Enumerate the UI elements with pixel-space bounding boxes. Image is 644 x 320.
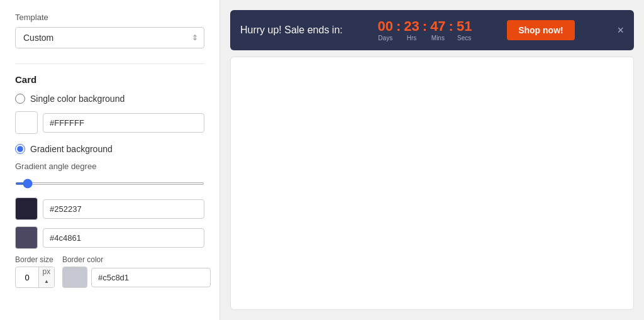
countdown-hrs-unit: 23 Hrs: [404, 19, 419, 41]
gradient-color2-hex-input[interactable]: [43, 228, 204, 248]
border-color-label: Border color: [62, 255, 211, 264]
template-label: Template: [15, 13, 204, 22]
single-color-label: Single color background: [30, 94, 125, 104]
single-color-swatch[interactable]: [15, 111, 38, 134]
border-increment-button[interactable]: ▲: [42, 279, 52, 285]
border-color-swatch[interactable]: [62, 267, 87, 288]
preview-area: [230, 57, 634, 310]
countdown-section: 00 Days : 23 Hrs : 47 Mins : 51 Secs: [378, 18, 472, 42]
countdown-secs-unit: 51 Secs: [457, 19, 472, 41]
countdown-mins-number: 47: [430, 19, 445, 33]
shop-now-button[interactable]: Shop now!: [507, 20, 575, 40]
border-decrement-button[interactable]: ▼: [42, 287, 52, 288]
right-panel: Hurry up! Sale ends in: 00 Days : 23 Hrs…: [220, 0, 644, 320]
card-heading: Card: [15, 74, 204, 85]
gradient-color1-swatch[interactable]: [15, 197, 38, 220]
single-color-row: Single color background: [15, 94, 204, 104]
countdown-days-label: Days: [378, 35, 392, 41]
colon-2: :: [423, 18, 427, 35]
gradient-color2-row: [15, 226, 204, 249]
border-unit-label: px: [43, 267, 51, 276]
countdown-mins-label: Mins: [431, 35, 445, 41]
single-color-radio[interactable]: [15, 94, 25, 104]
divider: [15, 63, 204, 64]
border-section: Border size px ▲ ▼ Border color: [15, 255, 204, 288]
gradient-bg-radio[interactable]: [15, 144, 25, 154]
colon-1: :: [396, 18, 401, 35]
colon-3: :: [449, 18, 453, 35]
gradient-color1-row: [15, 197, 204, 220]
close-banner-button[interactable]: ×: [617, 24, 624, 37]
gradient-angle-label: Gradient angle degree: [15, 162, 204, 171]
border-color-sub: Border color: [62, 255, 211, 288]
template-select[interactable]: Custom Default Modern Minimal: [15, 27, 204, 48]
border-size-wrapper: px ▲ ▼: [15, 267, 55, 288]
countdown-hrs-label: Hrs: [407, 35, 417, 41]
template-section: Template Custom Default Modern Minimal ⇕: [15, 13, 204, 48]
countdown-hrs-number: 23: [404, 19, 419, 33]
template-select-wrapper: Custom Default Modern Minimal ⇕: [15, 27, 204, 48]
countdown-days-unit: 00 Days: [378, 19, 393, 41]
border-color-row: [62, 267, 211, 288]
banner-bar: Hurry up! Sale ends in: 00 Days : 23 Hrs…: [230, 10, 634, 50]
countdown-days-number: 00: [378, 19, 393, 33]
single-color-input-row: [15, 111, 204, 134]
border-size-label: Border size: [15, 255, 55, 264]
slider-container: [15, 176, 204, 187]
single-color-hex-input[interactable]: [43, 113, 204, 133]
border-size-unit: px ▲ ▼: [38, 267, 54, 287]
gradient-angle-slider[interactable]: [15, 182, 204, 185]
gradient-bg-row: Gradient background: [15, 144, 204, 154]
border-color-hex-input[interactable]: [91, 268, 211, 287]
border-steppers: ▲ ▼: [42, 276, 52, 288]
banner-text: Hurry up! Sale ends in:: [240, 25, 343, 36]
gradient-color1-hex-input[interactable]: [43, 199, 204, 219]
border-size-sub: Border size px ▲ ▼: [15, 255, 55, 288]
countdown-mins-unit: 47 Mins: [430, 19, 445, 41]
countdown-secs-label: Secs: [457, 35, 471, 41]
left-panel: Template Custom Default Modern Minimal ⇕…: [0, 0, 220, 320]
gradient-bg-label: Gradient background: [30, 144, 113, 154]
gradient-color2-swatch[interactable]: [15, 226, 38, 249]
border-size-input[interactable]: [16, 273, 38, 282]
countdown-secs-number: 51: [457, 19, 472, 33]
